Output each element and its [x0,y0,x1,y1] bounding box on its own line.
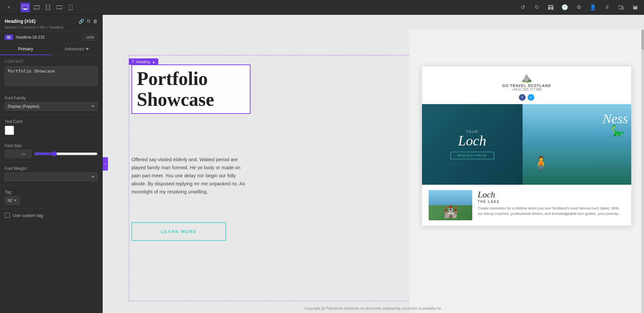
svg-rect-2 [23,9,27,10]
learn-more-button[interactable]: LEARN MORE [131,222,226,241]
main-layout: Heading (#16) 🔗 ⧉ 🗑 Section > Columns > … [0,15,644,313]
font-family-label: Font Family [5,96,98,100]
heading-text: Portfolio Showcase [137,69,245,110]
loch-right: Ness 🧍 🦕 [523,104,631,185]
loch-banner: TOUR Loch · REQUEST PRICE · Ness 🧍 🦕 [422,104,631,185]
font-size-unit: px [22,152,28,156]
top-toolbar: ＋ ↺ ↻ 🕐 ⚙ 👤 # [0,0,644,15]
font-size-input[interactable] [5,150,22,158]
size-input-wrap: px [5,150,32,158]
font-size-row: px [5,150,98,158]
svg-rect-13 [551,7,553,10]
tag-select[interactable]: h1 h2 h3h4h5h6 pdivspan [5,196,20,205]
font-weight-select[interactable]: 100300400 600700900 [5,173,98,181]
use-custom-tag-label[interactable]: Use custom tag [13,213,43,218]
travel-name: GO TRAVEL SCOTLAND [502,84,551,88]
svg-rect-14 [619,6,622,9]
person-icon: 🧍 [533,155,549,171]
delete-icon[interactable]: 🗑 [93,18,98,24]
travel-header: ⛰️ GO TRAVEL SCOTLAND +44 01 555 777 099… [422,66,631,104]
monster-icon: 🦕 [611,124,625,137]
canvas-footer: Copyright @ Pianoforte solicitude so dec… [305,306,442,310]
use-custom-tag-checkbox[interactable] [5,213,10,218]
right-scrollbar[interactable] [641,30,644,313]
svg-point-4 [39,7,39,8]
heading-toolbar-up-icon[interactable]: ▲ [152,60,156,64]
id-badge: ID [5,35,13,40]
request-price-button[interactable]: · REQUEST PRICE · [450,152,494,159]
mobile-landscape-icon[interactable] [55,3,64,12]
tablet-landscape-icon[interactable] [32,3,41,12]
loch-description: Create memories for a lifetime when you … [478,206,625,217]
content-label: Content [5,59,98,63]
tag-section: Tag h1 h2 h3h4h5h6 pdivspan [0,186,102,209]
save-button[interactable] [631,3,640,12]
element-title: Heading (#16) [5,18,36,24]
heading-toolbar-grid-icon: ⠿ [131,59,134,64]
panel-tabs: Primary Advanced [0,43,102,55]
desktop-icon[interactable] [20,3,30,12]
divider-1 [17,4,17,11]
tab-advanced[interactable]: Advanced [51,43,103,55]
loch-word: Loch [458,133,486,148]
font-family-section: Font Family Display (Poppins) [0,92,102,115]
grid-icon[interactable]: # [602,3,612,12]
heading-box[interactable]: Portfolio Showcase [131,64,251,114]
duplicate-icon[interactable]: ⧉ [87,18,90,24]
undo-button[interactable]: ↺ [518,3,527,12]
settings-icon[interactable]: ⚙ [574,3,584,12]
use-custom-tag-row: Use custom tag [0,209,102,221]
id-badge-row: ID headline-16-231 state [0,32,102,43]
toolbar-left: ＋ [4,3,75,12]
portfolio-panel: ⛰️ GO TRAVEL SCOTLAND +44 01 555 777 099… [409,30,644,313]
toolbar-right: ↺ ↻ 🕐 ⚙ 👤 # [518,3,640,12]
heading-element-toolbar: ⠿ Heading ▲ [129,58,158,65]
heading-toolbar-label: Heading [136,60,150,64]
svg-rect-1 [24,9,26,9]
font-weight-label: Font Weight [5,166,98,171]
card-info: Loch THE LAKE Create memories for a life… [478,190,625,220]
element-actions: 🔗 ⧉ 🗑 [78,18,98,24]
svg-rect-15 [622,7,624,9]
font-size-label: Font Size [5,143,98,148]
castle-icon: 🏰 [443,205,458,219]
font-size-section: Font Size px [0,139,102,162]
layout-icon[interactable] [546,3,555,12]
color-field [5,126,98,135]
panel-toggle[interactable]: ‹ [103,157,108,171]
travel-logo: ⛰️ GO TRAVEL SCOTLAND +44 01 555 777 099 [502,72,551,91]
loch-title: Loch [458,134,486,148]
history-icon[interactable]: 🕐 [560,3,570,12]
add-icon[interactable]: ＋ [4,3,13,12]
content-input[interactable]: Portfolio Showcase [5,66,98,86]
loch-left: TOUR Loch · REQUEST PRICE · [422,104,523,185]
body-text: Offered say visited elderly and. Waited … [131,156,251,196]
mobile-portrait-icon[interactable] [66,3,75,12]
font-family-select[interactable]: Display (Poppins) [5,102,98,111]
svg-rect-0 [22,5,28,9]
redo-button[interactable]: ↻ [532,3,541,12]
tab-primary[interactable]: Primary [0,43,51,55]
responsive-icon[interactable] [616,3,626,12]
travel-logo-icon: ⛰️ [521,72,532,83]
link-icon[interactable]: 🔗 [78,18,84,24]
preview-card: ⛰️ GO TRAVEL SCOTLAND +44 01 555 777 099… [422,66,631,226]
card-thumbnail: 🏰 [429,190,472,220]
card-bottom: 🏰 Loch THE LAKE Create memories for a li… [422,185,631,226]
text-color-label: Text Color [5,119,98,124]
svg-point-8 [61,7,62,7]
left-panel: Heading (#16) 🔗 ⧉ 🗑 Section > Columns > … [0,15,103,313]
scrollbar-thumb [641,30,644,50]
svg-point-6 [48,9,48,10]
breadcrumb: Section > Columns > Div > Heading [5,25,98,29]
font-size-slider[interactable] [34,151,98,156]
twitter-icon[interactable]: t [528,94,534,101]
tablet-portrait-icon[interactable] [43,3,53,12]
facebook-icon[interactable]: f [519,94,526,101]
color-swatch[interactable] [5,126,14,135]
thumb-sky [429,190,472,205]
tag-label: Tag [5,190,98,194]
state-badge[interactable]: state [83,34,98,40]
travel-phone: +44 01 555 777 099 [512,88,541,91]
user-icon[interactable]: 👤 [588,3,598,12]
